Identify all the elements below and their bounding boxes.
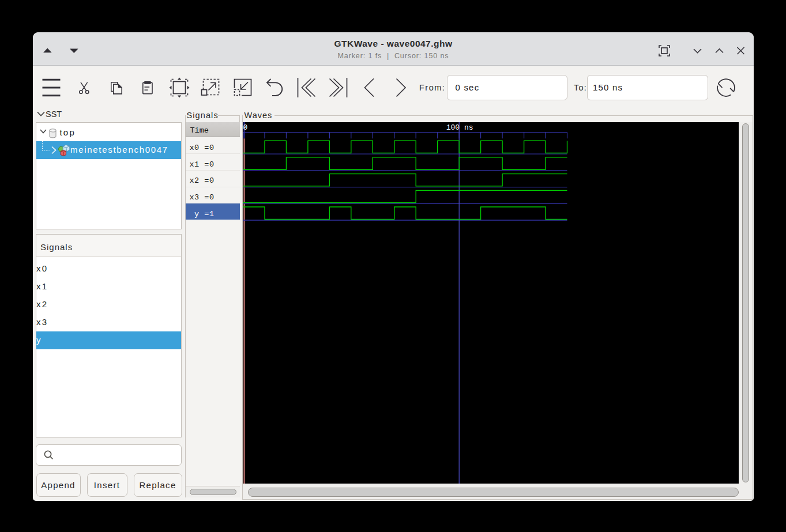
svg-text:0: 0 <box>243 123 248 132</box>
svg-text:100 ns: 100 ns <box>446 123 473 132</box>
